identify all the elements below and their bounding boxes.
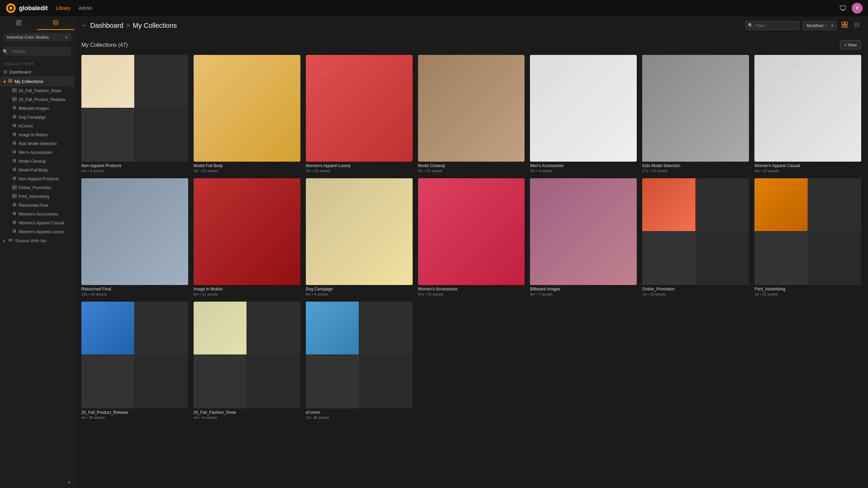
card-thumbnail (194, 178, 300, 285)
thumb-cell (418, 178, 525, 285)
collection-card[interactable]: Women's Accessories 47s • 16 assets (418, 178, 525, 296)
card-name: Men's Accessories (530, 163, 637, 168)
svg-rect-6 (19, 22, 21, 25)
svg-rect-44 (845, 25, 847, 27)
thumb-cell (135, 355, 188, 408)
collections-options-icon[interactable]: ⋯ (66, 79, 71, 84)
collection-card[interactable]: Women's Apparel Luxury 3m • 32 assets (306, 55, 413, 173)
thumb-cell (754, 178, 807, 231)
sub-item-icon (12, 185, 17, 190)
sidebar-sub-item[interactable]: eComm (0, 122, 74, 130)
thumb-cell (81, 302, 134, 354)
card-name: Kids Model Selection (642, 163, 749, 168)
collection-card[interactable]: Image In Motion 6m • 11 assets (194, 178, 300, 296)
content-toolbar: 🔍 Modified ↑ ▼ (745, 20, 861, 30)
expand-arrow-icon: ▾ (3, 79, 6, 84)
sub-item-icon (12, 115, 17, 120)
card-thumbnail (642, 178, 749, 285)
collection-card[interactable]: Women's Apparel Casual 4m • 20 assets (754, 55, 861, 173)
svg-rect-28 (15, 185, 16, 187)
collection-card[interactable]: Kids Model Selection 27s • 15 assets (642, 55, 749, 173)
sidebar-sub-item[interactable]: Women's Accessories (0, 210, 74, 219)
collection-card[interactable]: eComm 1d • 36 assets (306, 302, 413, 420)
grid-view-button[interactable] (840, 20, 849, 30)
collection-card[interactable]: 20_Fall_Fashion_Show 1d • 14 assets (194, 302, 300, 420)
card-meta: 1d • 22 assets (754, 292, 861, 296)
list-view-button[interactable] (852, 20, 861, 30)
collapse-sidebar-button[interactable]: « (68, 479, 71, 485)
collection-card[interactable]: Print_Advertising 1d • 22 assets (754, 178, 861, 296)
thumb-cell (306, 302, 359, 354)
thumb-cell (135, 302, 188, 354)
collection-card[interactable]: Men's Accessories 3m • 4 assets (530, 55, 637, 173)
card-meta: 1d • 14 assets (194, 415, 300, 420)
thumb-cell (642, 178, 695, 231)
org-dropdown[interactable]: Industrial Color Studios (3, 33, 71, 42)
collection-card[interactable]: Retouched Final 13s • 19 assets (81, 178, 188, 296)
sort-wrap: Modified ↑ ▼ (803, 21, 837, 30)
sidebar-sub-item[interactable]: Kids Model Selection (0, 139, 74, 148)
sidebar-sub-item[interactable]: 20_Fall_Product_Release (0, 95, 74, 104)
sidebar-sub-item[interactable]: Dog Campaign (0, 113, 74, 122)
nav-admin[interactable]: Admin (79, 5, 92, 11)
sidebar-sub-item[interactable]: 20_Fall_Fashion_Show (0, 86, 74, 95)
sidebar-sub-item[interactable]: Image In Motion (0, 130, 74, 139)
shared-icon (8, 238, 13, 244)
sidebar-tab-collections[interactable] (37, 16, 75, 30)
sidebar-sub-item[interactable]: Non-Apparel Products (0, 175, 74, 183)
sidebar-sub-item[interactable]: Billboard Images (0, 104, 74, 113)
sidebar-sub-item[interactable]: Model Closeup (0, 157, 74, 166)
filter-input[interactable] (745, 21, 800, 30)
sort-dropdown[interactable]: Modified ↑ (803, 21, 837, 30)
collection-card[interactable]: Non-Apparel Products 4m • 9 assets (81, 55, 188, 173)
back-button[interactable]: ← (81, 22, 87, 29)
sub-item-icon (12, 211, 17, 217)
collections-section-label: COLLECTIONS (0, 58, 74, 67)
logo[interactable]: globaledit (5, 3, 48, 14)
svg-point-21 (13, 133, 16, 134)
sidebar-sub-item[interactable]: Men's Accessories (0, 148, 74, 157)
sidebar-sub-item[interactable]: Print_Advertising (0, 192, 74, 201)
card-thumbnail (642, 55, 749, 162)
sidebar-sub-item[interactable]: Women's Apparel Luxury (0, 227, 74, 236)
card-meta: 1d • 30 assets (81, 415, 188, 420)
collection-card[interactable]: 20_Fall_Product_Release 1d • 30 assets (81, 302, 188, 420)
sidebar-sub-item[interactable]: Retouched Final (0, 201, 74, 210)
collections-icon (8, 79, 13, 84)
my-collections-label: My Collections (15, 79, 64, 84)
svg-point-26 (13, 177, 16, 178)
collection-card[interactable]: Model Full Body 5m • 20 assets (194, 55, 300, 173)
sidebar-sub-item[interactable]: Online_Promotion (0, 183, 74, 192)
sidebar-item-dashboard[interactable]: ⊞ Dashboard (0, 67, 74, 77)
breadcrumb-text: Dashboard > My Collections (90, 22, 177, 29)
sidebar-item-my-collections[interactable]: ▾ My Collections ⋯ (0, 77, 74, 86)
card-meta: 4m • 9 assets (81, 169, 188, 173)
thumb-cell (81, 178, 188, 285)
sidebar-sub-item[interactable]: Model Full Body (0, 166, 74, 175)
collection-card[interactable]: Dog Campaign 8m • 6 assets (306, 178, 413, 296)
thumb-cell (808, 232, 861, 285)
sidebar-tab-files[interactable] (0, 16, 37, 30)
sub-item-icon (12, 203, 17, 208)
sidebar-item-shared[interactable]: ▶ Shared With Me (0, 236, 74, 245)
sub-item-label: Print_Advertising (19, 194, 50, 199)
svg-rect-11 (15, 88, 16, 90)
nav-library[interactable]: Library (56, 5, 71, 11)
sub-item-icon (12, 220, 17, 226)
sub-item-label: Non-Apparel Products (19, 177, 59, 181)
breadcrumb-root[interactable]: Dashboard (90, 22, 123, 29)
sub-item-label: Image In Motion (19, 133, 48, 137)
collection-card[interactable]: Online_Promotion 1d • 19 assets (642, 178, 749, 296)
search-input[interactable] (3, 47, 71, 56)
new-button[interactable]: + New (840, 40, 861, 49)
sidebar-sub-item[interactable]: Women's Apparel Casual (0, 219, 74, 227)
logo-icon (5, 3, 16, 14)
collection-card[interactable]: Model Closeup 5m • 23 assets (418, 55, 525, 173)
collection-card[interactable]: Billboard Images 6m • 7 assets (530, 178, 637, 296)
user-avatar[interactable]: Y (852, 3, 863, 14)
monitor-icon[interactable] (838, 3, 848, 13)
svg-rect-42 (845, 22, 847, 24)
svg-point-20 (13, 124, 16, 125)
card-thumbnail (194, 302, 300, 408)
sub-item-label: Men's Accessories (19, 150, 52, 155)
